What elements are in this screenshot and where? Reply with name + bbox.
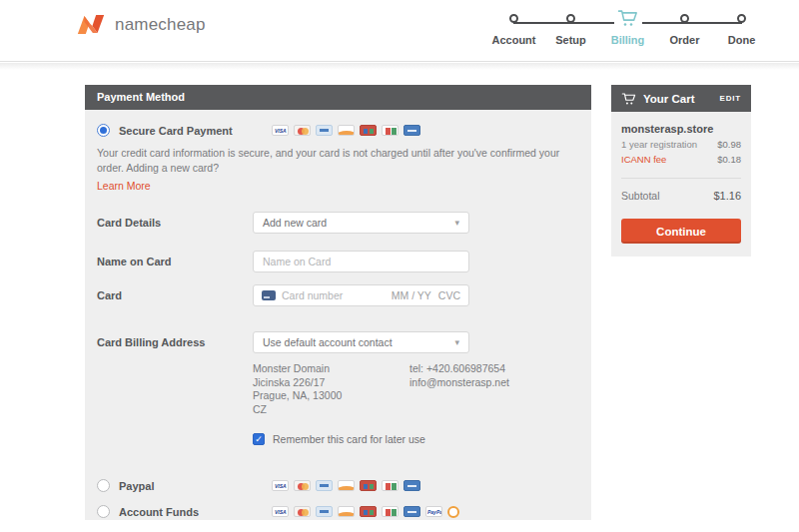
- visa-icon: [272, 480, 289, 491]
- unionpay-icon: [382, 125, 399, 136]
- cart-body: monsterasp.store 1 year registration $0.…: [611, 112, 751, 257]
- secure-card-label: Secure Card Payment: [119, 125, 233, 137]
- mastercard-icon: [294, 480, 311, 491]
- step-circle-icon: [509, 14, 518, 23]
- cart-title: Your Cart: [643, 93, 695, 105]
- card-cvc-placeholder: CVC: [438, 289, 460, 301]
- remember-card-label: Remember this card for later use: [273, 433, 425, 445]
- cart-panel: Your Cart EDIT monsterasp.store 1 year r…: [611, 85, 751, 257]
- step-setup[interactable]: Setup: [542, 5, 599, 55]
- card-number-row: Card Card number MM / YY CVC: [97, 284, 579, 306]
- card-expiry-placeholder: MM / YY: [392, 289, 431, 301]
- diners-club-icon: [403, 506, 420, 517]
- bitcoin-icon: [447, 506, 459, 518]
- cart-icon: [614, 6, 642, 30]
- paypal-icon: [425, 506, 442, 517]
- chevron-down-icon: ▾: [454, 218, 459, 228]
- step-circle-icon: [566, 14, 575, 23]
- header-shadow: [0, 63, 799, 70]
- card-label: Card: [97, 284, 253, 301]
- amex-icon: [316, 480, 333, 491]
- paypal-label: Paypal: [119, 480, 154, 492]
- subtotal-label: Subtotal: [621, 190, 660, 202]
- card-number-input[interactable]: Card number MM / YY CVC: [253, 284, 469, 306]
- billing-address-row: Card Billing Address Use default account…: [97, 331, 579, 353]
- step-circle-icon: [737, 14, 746, 23]
- contact-block: tel: +420.606987654 info@monsterasp.net: [409, 362, 509, 389]
- step-label-done: Done: [713, 34, 770, 46]
- card-details-value: Add new card: [263, 217, 327, 229]
- account-funds-label: Account Funds: [119, 506, 199, 518]
- site-header: namecheap Account Setup: [0, 0, 799, 62]
- step-billing[interactable]: Billing: [599, 5, 656, 55]
- diners-club-icon: [403, 125, 420, 136]
- checkbox-checked-icon[interactable]: ✓: [253, 433, 265, 445]
- cart-header: Your Cart EDIT: [611, 85, 751, 112]
- name-on-card-label: Name on Card: [97, 251, 253, 267]
- cart-line-item: ICANN fee $0.18: [621, 154, 741, 165]
- cart-edit-link[interactable]: EDIT: [720, 94, 741, 103]
- step-label-setup: Setup: [542, 34, 599, 46]
- paypal-icons: [262, 480, 420, 491]
- discover-icon: [338, 125, 355, 136]
- cart-item-label: ICANN fee: [621, 154, 666, 165]
- address-line: CZ: [253, 403, 469, 417]
- visa-icon: [272, 125, 289, 136]
- namecheap-logo-text: namecheap: [115, 15, 206, 35]
- contact-phone: tel: +420.606987654: [409, 362, 509, 376]
- address-block-row: Monster Domain Jicinska 226/17 Prague, N…: [97, 362, 579, 416]
- subtotal-row: Subtotal $1.16: [621, 190, 741, 202]
- address-line: Prague, NA, 13000: [253, 389, 469, 403]
- account-funds-icons: [262, 506, 459, 518]
- card-details-select[interactable]: Add new card ▾: [253, 212, 469, 234]
- name-on-card-input[interactable]: [253, 251, 469, 272]
- secure-card-icons: [262, 125, 420, 136]
- secure-card-method-row: Secure Card Payment: [97, 124, 579, 137]
- billing-address-value: Use default account contact: [263, 336, 393, 348]
- step-order[interactable]: Order: [656, 5, 713, 55]
- card-number-placeholder: Card number: [282, 289, 343, 301]
- billing-address-select[interactable]: Use default account contact ▾: [253, 331, 469, 353]
- cart-domain: monsterasp.store: [621, 123, 741, 135]
- unionpay-icon: [382, 480, 399, 491]
- secure-card-radio[interactable]: [97, 124, 110, 137]
- step-account[interactable]: Account: [485, 5, 542, 55]
- step-circle-icon: [680, 14, 689, 23]
- payment-method-panel: Payment Method Secure Card Payment You: [85, 85, 591, 520]
- continue-button[interactable]: Continue: [621, 219, 741, 244]
- billing-address-label: Card Billing Address: [97, 331, 253, 348]
- panel-title: Payment Method: [85, 85, 591, 110]
- card-details-label: Card Details: [97, 212, 253, 229]
- contact-email: info@monsterasp.net: [409, 376, 509, 390]
- mastercard-icon: [294, 506, 311, 517]
- step-done[interactable]: Done: [713, 5, 770, 55]
- secure-card-note: Your credit card information is secure, …: [97, 146, 581, 176]
- step-label-billing: Billing: [599, 34, 656, 46]
- cart-item-price: $0.98: [717, 139, 741, 150]
- visa-icon: [272, 506, 289, 517]
- mastercard-icon: [294, 125, 311, 136]
- paypal-method-row: Paypal: [97, 479, 579, 492]
- credit-card-icon: [262, 290, 276, 300]
- jcb-icon: [360, 125, 377, 136]
- jcb-icon: [360, 506, 377, 517]
- cart-line-item: 1 year registration $0.98: [621, 139, 741, 150]
- step-label-order: Order: [656, 34, 713, 46]
- checkout-progress: Account Setup Billing Order: [485, 5, 770, 55]
- name-on-card-row: Name on Card: [97, 251, 579, 272]
- checkout-page: namecheap Account Setup: [0, 0, 799, 532]
- namecheap-logo[interactable]: namecheap: [75, 13, 206, 36]
- namecheap-logo-icon: [75, 13, 107, 36]
- step-label-account: Account: [485, 34, 542, 46]
- remember-card-control[interactable]: ✓ Remember this card for later use: [253, 433, 469, 445]
- cart-item-price: $0.18: [717, 154, 741, 165]
- paypal-radio[interactable]: [97, 479, 110, 492]
- subtotal-value: $1.16: [713, 190, 741, 202]
- account-funds-radio[interactable]: [97, 505, 110, 518]
- diners-club-icon: [403, 480, 420, 491]
- divider: [621, 178, 741, 179]
- jcb-icon: [360, 480, 377, 491]
- unionpay-icon: [382, 506, 399, 517]
- cart-item-label: 1 year registration: [621, 139, 697, 150]
- learn-more-link[interactable]: Learn More: [97, 180, 151, 192]
